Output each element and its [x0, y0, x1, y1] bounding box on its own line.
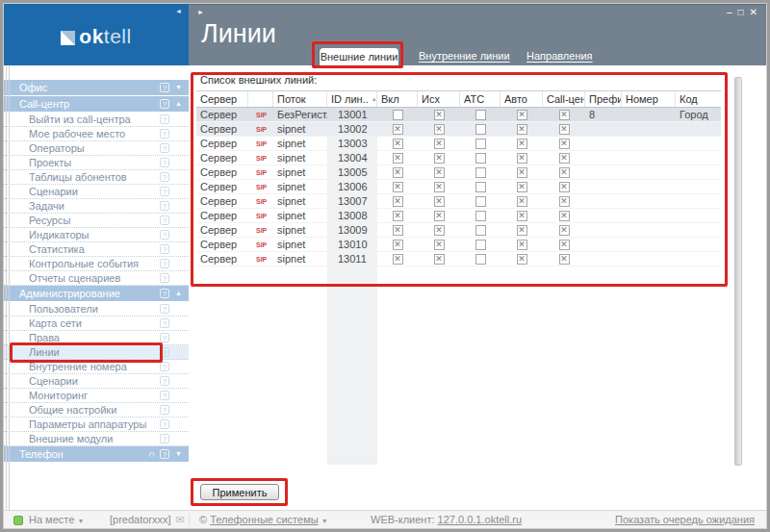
checkbox-vkl[interactable]: ✕: [393, 167, 403, 178]
checkbox-isx[interactable]: ✕: [434, 240, 445, 250]
checkbox-ats[interactable]: [475, 211, 486, 221]
sidebar-item[interactable]: Карта сети?: [4, 317, 189, 331]
checkbox-avto[interactable]: ✕: [517, 110, 527, 120]
checkbox-ats[interactable]: [475, 110, 486, 120]
sidebar-section-phone[interactable]: Телефон∩?▼: [4, 446, 189, 462]
sidebar-item[interactable]: Индикаторы?: [4, 228, 189, 242]
checkbox-call_center[interactable]: ✕: [559, 124, 570, 135]
checkbox-vkl[interactable]: ✕: [393, 254, 403, 265]
checkbox-avto[interactable]: ✕: [517, 225, 527, 236]
tab-external-lines[interactable]: Внешние линии: [320, 48, 398, 65]
checkbox-vkl[interactable]: ✕: [393, 124, 403, 135]
checkbox-call_center[interactable]: ✕: [559, 167, 570, 178]
help-icon[interactable]: ?: [160, 419, 169, 429]
column-header-isx[interactable]: Исх: [418, 91, 460, 107]
chevron-up-icon[interactable]: ▲: [175, 289, 182, 298]
chevron-down-icon[interactable]: ▼: [175, 83, 182, 92]
checkbox-ats[interactable]: [475, 254, 486, 265]
sidebar-item[interactable]: Мое рабочее место?: [4, 127, 189, 141]
sidebar-item[interactable]: Пользователи?: [4, 302, 189, 317]
column-header-avto[interactable]: Авто: [500, 91, 543, 107]
sidebar-section-administration[interactable]: Администрирование?▲: [4, 286, 189, 301]
sidebar-section-office[interactable]: Офис?▼: [4, 80, 189, 95]
vertical-scrollbar[interactable]: [734, 77, 742, 466]
checkbox-vkl[interactable]: [393, 110, 403, 120]
maximize-button[interactable]: □: [738, 7, 744, 17]
sidebar-item[interactable]: Мониторинг?: [4, 389, 189, 403]
queue-link[interactable]: Показать очередь ожидания: [615, 514, 755, 525]
company-menu[interactable]: © Телефонные системы ▼: [199, 514, 328, 525]
help-icon[interactable]: ?: [160, 158, 169, 167]
checkbox-avto[interactable]: ✕: [517, 124, 527, 135]
checkbox-vkl[interactable]: ✕: [393, 225, 403, 236]
checkbox-avto[interactable]: ✕: [517, 211, 527, 221]
help-icon[interactable]: ?: [160, 172, 169, 182]
table-row[interactable]: СерверSIPsipnet13005✕✕✕✕: [196, 165, 721, 180]
help-icon[interactable]: ?: [160, 244, 169, 254]
sidebar-item[interactable]: Параметры аппаратуры?: [4, 418, 189, 432]
column-header-ats[interactable]: АТС: [460, 91, 500, 107]
help-icon[interactable]: ?: [160, 129, 169, 139]
column-header-call_center[interactable]: Call-цен..: [543, 91, 585, 107]
checkbox-call_center[interactable]: ✕: [559, 139, 570, 149]
checkbox-vkl[interactable]: ✕: [393, 153, 403, 164]
table-row[interactable]: СерверSIPsipnet13011✕✕✕✕: [196, 252, 721, 266]
sidebar-item[interactable]: Таблицы абонентов?: [4, 170, 189, 185]
sidebar-item[interactable]: Задачи?: [4, 199, 189, 214]
help-icon[interactable]: ?: [160, 449, 169, 459]
chevron-up-icon[interactable]: ▲: [175, 99, 182, 109]
checkbox-avto[interactable]: ✕: [517, 196, 527, 207]
checkbox-isx[interactable]: ✕: [434, 211, 445, 221]
checkbox-call_center[interactable]: ✕: [559, 196, 570, 207]
sidebar-item[interactable]: Ресурсы?: [4, 214, 189, 228]
checkbox-isx[interactable]: ✕: [434, 167, 445, 178]
checkbox-vkl[interactable]: ✕: [393, 211, 403, 221]
help-icon[interactable]: ?: [160, 201, 169, 211]
help-icon[interactable]: ?: [160, 83, 169, 92]
sidebar-item[interactable]: Операторы?: [4, 141, 189, 156]
help-icon[interactable]: ?: [160, 187, 169, 196]
checkbox-avto[interactable]: ✕: [517, 167, 527, 178]
checkbox-ats[interactable]: [475, 153, 486, 164]
sidebar-item[interactable]: Внутренние номера?: [4, 360, 189, 374]
table-row[interactable]: СерверSIPsipnet13008✕✕✕✕: [196, 209, 721, 223]
webclient-url-link[interactable]: 127.0.0.1.oktell.ru: [438, 514, 522, 525]
apply-button[interactable]: Применить: [200, 484, 279, 500]
checkbox-isx[interactable]: ✕: [434, 124, 445, 135]
help-icon[interactable]: ?: [160, 114, 169, 124]
presence-selector[interactable]: На месте ▼: [13, 514, 84, 525]
column-header-prefix[interactable]: Префикс: [585, 91, 622, 107]
checkbox-ats[interactable]: [475, 182, 486, 192]
help-icon[interactable]: ?: [160, 333, 169, 342]
checkbox-call_center[interactable]: ✕: [559, 254, 570, 265]
sidebar-item[interactable]: Общие настройки?: [4, 403, 189, 418]
column-header-code[interactable]: Код: [676, 91, 721, 107]
minimize-button[interactable]: –: [727, 7, 732, 17]
sidebar-section-call-center[interactable]: Call-центр?▲: [4, 96, 189, 112]
help-icon[interactable]: ?: [160, 318, 169, 328]
mail-icon[interactable]: ✉: [176, 514, 185, 525]
table-row[interactable]: СерверSIPsipnet13003✕✕✕✕: [196, 137, 721, 151]
checkbox-call_center[interactable]: ✕: [559, 211, 570, 221]
sidebar-item[interactable]: Статистика?: [4, 242, 189, 257]
help-icon[interactable]: ?: [160, 362, 169, 371]
sidebar-item[interactable]: Сценарии?: [4, 185, 189, 199]
checkbox-isx[interactable]: ✕: [434, 225, 445, 236]
help-icon[interactable]: ?: [160, 434, 169, 443]
checkbox-call_center[interactable]: ✕: [559, 225, 570, 236]
sidebar-item[interactable]: Выйти из call-центра?: [4, 113, 189, 127]
checkbox-avto[interactable]: ✕: [517, 153, 527, 164]
sidebar-item[interactable]: Сценарии?: [4, 374, 189, 389]
checkbox-ats[interactable]: [475, 196, 486, 207]
checkbox-isx[interactable]: ✕: [434, 153, 445, 164]
table-row[interactable]: СерверSIPsipnet13009✕✕✕✕: [196, 223, 721, 238]
checkbox-vkl[interactable]: ✕: [393, 240, 403, 250]
help-icon[interactable]: ?: [160, 99, 169, 109]
checkbox-ats[interactable]: [475, 167, 486, 178]
checkbox-vkl[interactable]: ✕: [393, 196, 403, 207]
column-header-number[interactable]: Номер: [622, 91, 676, 107]
sidebar-collapse-icon[interactable]: ◄: [175, 8, 182, 14]
checkbox-vkl[interactable]: ✕: [393, 182, 403, 192]
help-icon[interactable]: ?: [160, 304, 169, 314]
help-icon[interactable]: ?: [160, 143, 169, 153]
